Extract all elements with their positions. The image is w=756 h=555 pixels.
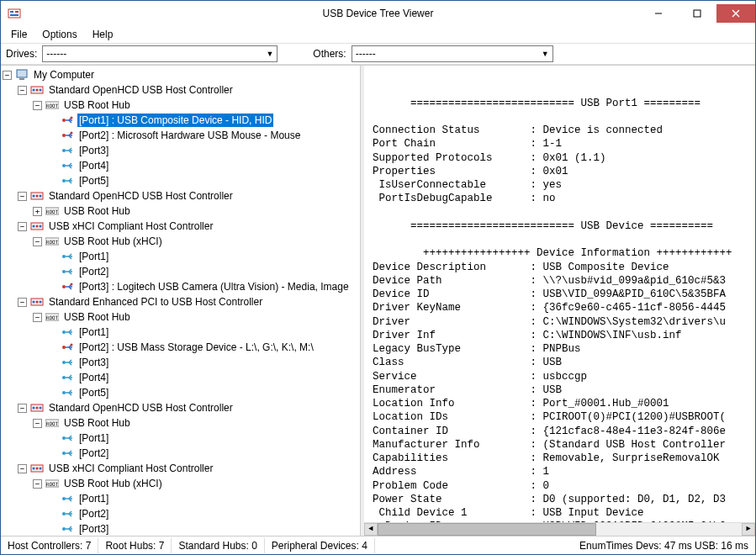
svg-point-86: [62, 391, 66, 394]
node-hub-1[interactable]: +ROOTUSB Root Hub: [33, 204, 358, 219]
node-label: USB Root Hub: [62, 310, 132, 324]
node-controller-0[interactable]: −Standard OpenHCD USB Host Controller: [18, 82, 358, 98]
node-port-4-2[interactable]: [Port2]: [48, 446, 358, 461]
svg-point-40: [36, 195, 39, 198]
node-port-2-2[interactable]: [Port2]: [48, 264, 358, 279]
svg-rect-5: [694, 10, 700, 17]
detail-pane[interactable]: ========================== USB Port1 ===…: [364, 66, 755, 536]
node-port-2-3[interactable]: [Port3] : Logitech USB Camera (Ultra Vis…: [48, 279, 358, 294]
tree-pane[interactable]: −My Computer−Standard OpenHCD USB Host C…: [1, 66, 361, 536]
node-controller-4[interactable]: −Standard OpenHCD USB Host Controller: [18, 400, 358, 415]
node-label: USB Root Hub (xHCI): [62, 235, 164, 248]
node-port-0-1[interactable]: [Port1] : USB Composite Device - HID, HI…: [48, 113, 358, 128]
node-port-0-5[interactable]: [Port5]: [48, 173, 358, 188]
svg-rect-1: [10, 11, 13, 13]
expander-icon[interactable]: −: [18, 86, 27, 95]
node-hub-4[interactable]: −ROOTUSB Root Hub: [33, 415, 358, 431]
menu-options[interactable]: Options: [35, 27, 83, 42]
node-port-3-1[interactable]: [Port1]: [48, 325, 358, 340]
node-hub-3[interactable]: −ROOTUSB Root Hub: [33, 309, 358, 325]
node-port-5-2[interactable]: [Port2]: [48, 506, 358, 521]
node-controller-1[interactable]: −Standard OpenHCD USB Host Controller: [18, 188, 358, 204]
expander-icon: [48, 116, 57, 125]
status-host-controllers: Host Controllers: 7: [1, 538, 98, 553]
main-area: −My Computer−Standard OpenHCD USB Host C…: [1, 65, 755, 536]
expander-icon[interactable]: +: [33, 207, 42, 216]
svg-point-96: [62, 436, 66, 440]
port-empty-icon: [61, 447, 74, 460]
node-hub-0[interactable]: −ROOTUSB Root Hub: [33, 98, 358, 113]
expander-icon[interactable]: −: [3, 71, 12, 80]
expander-icon: [48, 343, 57, 352]
svg-point-62: [71, 283, 73, 286]
title-bar: USB Device Tree Viewer: [1, 1, 755, 26]
node-port-3-2[interactable]: [Port2] : USB Mass Storage Device - L:\,…: [48, 340, 358, 355]
expander-icon: [48, 252, 57, 262]
expander-icon[interactable]: −: [33, 479, 42, 489]
drives-combo[interactable]: ------ ▼: [42, 45, 278, 62]
chevron-down-icon: ▼: [542, 50, 549, 58]
node-my-computer[interactable]: −My Computer: [3, 67, 358, 82]
svg-text:ROOT: ROOT: [46, 209, 59, 214]
menu-file[interactable]: File: [4, 27, 34, 42]
node-controller-3[interactable]: −Standard Enhanced PCI to USB Host Contr…: [18, 294, 358, 309]
minimize-button[interactable]: [639, 4, 678, 23]
node-port-3-4[interactable]: [Port4]: [48, 370, 358, 385]
expander-icon[interactable]: −: [33, 313, 42, 322]
node-port-3-3[interactable]: [Port3]: [48, 355, 358, 370]
node-port-5-3[interactable]: [Port3]: [48, 521, 358, 536]
node-controller-5[interactable]: −USB xHCI Compliant Host Controller: [18, 461, 358, 476]
horizontal-scrollbar[interactable]: ◄ ►: [364, 522, 755, 536]
expander-icon[interactable]: −: [33, 419, 42, 428]
svg-point-47: [40, 225, 42, 228]
port-device-icon: [61, 341, 74, 354]
node-label: USB xHCI Compliant Host Controller: [47, 219, 214, 233]
node-port-2-1[interactable]: [Port1]: [48, 249, 358, 264]
expander-icon[interactable]: −: [33, 101, 42, 110]
node-port-3-5[interactable]: [Port5]: [48, 385, 358, 400]
drives-value: ------: [46, 48, 266, 60]
node-port-0-3[interactable]: [Port3]: [48, 143, 358, 158]
scroll-right-button[interactable]: ►: [742, 523, 755, 536]
port-empty-icon: [61, 356, 74, 369]
node-port-0-2[interactable]: [Port2] : Microsoft Hardware USB Mouse -…: [48, 128, 358, 143]
controller-icon: [30, 219, 44, 233]
svg-rect-0: [8, 9, 20, 18]
node-label: [Port1]: [77, 431, 110, 445]
node-port-0-4[interactable]: [Port4]: [48, 158, 358, 173]
close-button[interactable]: [716, 4, 755, 23]
svg-point-69: [62, 330, 66, 334]
svg-text:ROOT: ROOT: [46, 481, 59, 487]
node-hub-5[interactable]: −ROOTUSB Root Hub (xHCI): [33, 476, 358, 491]
scroll-left-button[interactable]: ◄: [364, 523, 378, 536]
svg-point-114: [62, 512, 66, 515]
svg-point-91: [33, 407, 35, 410]
detail-text: ========================== USB Port1 ===…: [373, 97, 753, 536]
node-label: USB Root Hub: [62, 98, 132, 112]
controller-icon: [30, 189, 44, 203]
node-port-5-1[interactable]: [Port1]: [48, 491, 358, 506]
others-combo[interactable]: ------ ▼: [352, 45, 553, 62]
node-label: [Port4]: [77, 159, 110, 172]
node-label: [Port5]: [77, 386, 110, 399]
scroll-thumb[interactable]: [378, 523, 596, 536]
port-empty-icon: [61, 507, 74, 521]
port-empty-icon: [61, 159, 74, 172]
expander-icon[interactable]: −: [18, 464, 27, 473]
expander-icon[interactable]: −: [18, 404, 27, 413]
svg-point-100: [62, 452, 66, 455]
node-hub-2[interactable]: −ROOTUSB Root Hub (xHCI): [33, 234, 358, 249]
status-bar: Host Controllers: 7 Root Hubs: 7 Standar…: [1, 536, 755, 554]
svg-point-58: [62, 285, 66, 288]
expander-icon[interactable]: −: [18, 222, 27, 231]
expander-icon[interactable]: −: [18, 192, 27, 201]
node-controller-2[interactable]: −USB xHCI Compliant Host Controller: [18, 219, 358, 234]
controller-icon: [30, 401, 44, 415]
expander-icon[interactable]: −: [18, 298, 27, 307]
expander-icon[interactable]: −: [33, 237, 42, 246]
node-port-4-1[interactable]: [Port1]: [48, 431, 358, 446]
maximize-button[interactable]: [678, 4, 716, 23]
svg-point-12: [36, 89, 39, 92]
menu-help[interactable]: Help: [86, 27, 120, 42]
svg-rect-9: [19, 78, 24, 80]
